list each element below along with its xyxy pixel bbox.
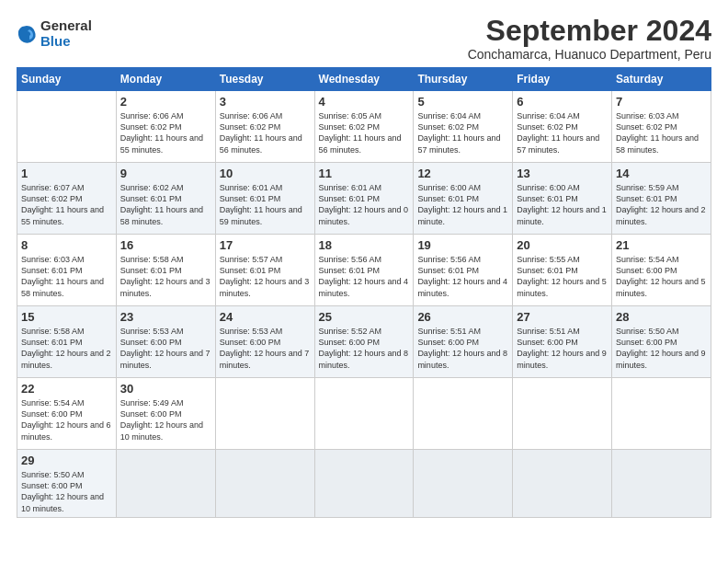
day-number: 2 [120, 95, 211, 109]
calendar-header-row: Sunday Monday Tuesday Wednesday Thursday… [17, 68, 711, 91]
table-row [612, 378, 711, 450]
table-row: 6Sunrise: 6:04 AMSunset: 6:02 PMDaylight… [513, 91, 612, 163]
table-row: 15Sunrise: 5:58 AMSunset: 6:01 PMDayligh… [17, 306, 117, 378]
day-number: 1 [21, 167, 112, 180]
day-info: Sunrise: 6:05 AMSunset: 6:02 PMDaylight:… [319, 110, 410, 155]
day-number: 26 [417, 310, 508, 324]
logo-general-text: General [40, 18, 92, 34]
table-row: 20Sunrise: 5:55 AMSunset: 6:01 PMDayligh… [513, 235, 612, 306]
table-row [513, 450, 612, 518]
table-row: 4Sunrise: 6:05 AMSunset: 6:02 PMDaylight… [314, 91, 414, 163]
day-info: Sunrise: 5:53 AMSunset: 6:00 PMDaylight:… [120, 326, 211, 371]
day-number: 9 [120, 167, 211, 180]
day-info: Sunrise: 6:01 AMSunset: 6:01 PMDaylight:… [319, 182, 410, 227]
table-row: 21Sunrise: 5:54 AMSunset: 6:00 PMDayligh… [612, 235, 711, 306]
table-row: 12Sunrise: 6:00 AMSunset: 6:01 PMDayligh… [414, 163, 513, 235]
table-row: 29Sunrise: 5:50 AMSunset: 6:00 PMDayligh… [17, 450, 117, 518]
table-row: 3Sunrise: 6:06 AMSunset: 6:02 PMDaylight… [215, 91, 314, 163]
table-row: 30Sunrise: 5:49 AMSunset: 6:00 PMDayligh… [116, 378, 215, 450]
day-number: 30 [120, 382, 211, 396]
calendar-week-row: 2Sunrise: 6:06 AMSunset: 6:02 PMDaylight… [17, 91, 711, 163]
col-sunday: Sunday [17, 68, 117, 91]
col-friday: Friday [513, 68, 612, 91]
day-number: 6 [517, 95, 608, 109]
table-row [414, 450, 513, 518]
day-info: Sunrise: 5:55 AMSunset: 6:01 PMDaylight:… [517, 254, 608, 299]
day-number: 11 [319, 167, 410, 180]
day-number: 12 [417, 167, 508, 180]
day-info: Sunrise: 6:06 AMSunset: 6:02 PMDaylight:… [120, 110, 211, 155]
day-info: Sunrise: 5:52 AMSunset: 6:00 PMDaylight:… [319, 326, 410, 371]
day-number: 20 [517, 238, 608, 252]
table-row: 27Sunrise: 5:51 AMSunset: 6:00 PMDayligh… [513, 306, 612, 378]
header: General Blue September 2024 Conchamarca,… [17, 15, 711, 62]
day-info: Sunrise: 5:51 AMSunset: 6:00 PMDaylight:… [417, 326, 508, 371]
calendar-week-row: 22Sunrise: 5:54 AMSunset: 6:00 PMDayligh… [17, 378, 711, 450]
day-number: 23 [120, 310, 211, 324]
day-number: 22 [21, 382, 112, 396]
calendar-week-row: 1Sunrise: 6:07 AMSunset: 6:02 PMDaylight… [17, 163, 711, 235]
table-row [314, 378, 414, 450]
day-info: Sunrise: 6:04 AMSunset: 6:02 PMDaylight:… [517, 110, 608, 155]
day-info: Sunrise: 5:58 AMSunset: 6:01 PMDaylight:… [120, 254, 211, 299]
table-row: 11Sunrise: 6:01 AMSunset: 6:01 PMDayligh… [314, 163, 414, 235]
day-info: Sunrise: 5:58 AMSunset: 6:01 PMDaylight:… [21, 326, 112, 371]
day-info: Sunrise: 5:54 AMSunset: 6:00 PMDaylight:… [616, 254, 707, 299]
day-info: Sunrise: 6:03 AMSunset: 6:01 PMDaylight:… [21, 254, 112, 299]
table-row: 9Sunrise: 6:02 AMSunset: 6:01 PMDaylight… [116, 163, 215, 235]
table-row: 8Sunrise: 6:03 AMSunset: 6:01 PMDaylight… [17, 235, 117, 306]
table-row: 17Sunrise: 5:57 AMSunset: 6:01 PMDayligh… [215, 235, 314, 306]
col-saturday: Saturday [612, 68, 711, 91]
day-info: Sunrise: 6:00 AMSunset: 6:01 PMDaylight:… [517, 182, 608, 227]
day-info: Sunrise: 5:51 AMSunset: 6:00 PMDaylight:… [517, 326, 608, 371]
day-number: 13 [517, 167, 608, 180]
month-title: September 2024 [468, 15, 711, 47]
logo-icon [17, 24, 37, 44]
day-number: 7 [616, 95, 707, 109]
table-row: 2Sunrise: 6:06 AMSunset: 6:02 PMDaylight… [116, 91, 215, 163]
table-row: 1Sunrise: 6:07 AMSunset: 6:02 PMDaylight… [17, 163, 117, 235]
day-number: 3 [220, 95, 311, 109]
logo: General Blue [17, 18, 92, 49]
day-info: Sunrise: 5:53 AMSunset: 6:00 PMDaylight:… [220, 326, 311, 371]
page: General Blue September 2024 Conchamarca,… [0, 0, 728, 563]
table-row [612, 450, 711, 518]
logo-text: General Blue [40, 18, 92, 49]
col-wednesday: Wednesday [314, 68, 414, 91]
day-number: 21 [616, 238, 707, 252]
table-row [215, 450, 314, 518]
table-row: 13Sunrise: 6:00 AMSunset: 6:01 PMDayligh… [513, 163, 612, 235]
calendar-week-row: 15Sunrise: 5:58 AMSunset: 6:01 PMDayligh… [17, 306, 711, 378]
logo-blue-text: Blue [40, 34, 92, 50]
table-row: 16Sunrise: 5:58 AMSunset: 6:01 PMDayligh… [116, 235, 215, 306]
day-number: 4 [319, 95, 410, 109]
col-thursday: Thursday [414, 68, 513, 91]
table-row: 5Sunrise: 6:04 AMSunset: 6:02 PMDaylight… [414, 91, 513, 163]
day-number: 5 [417, 95, 508, 109]
day-info: Sunrise: 6:06 AMSunset: 6:02 PMDaylight:… [220, 110, 311, 155]
day-number: 29 [21, 454, 112, 467]
day-info: Sunrise: 5:56 AMSunset: 6:01 PMDaylight:… [417, 254, 508, 299]
day-number: 17 [220, 238, 311, 252]
day-info: Sunrise: 5:49 AMSunset: 6:00 PMDaylight:… [120, 397, 211, 442]
table-row: 18Sunrise: 5:56 AMSunset: 6:01 PMDayligh… [314, 235, 414, 306]
calendar-table: Sunday Monday Tuesday Wednesday Thursday… [17, 67, 711, 518]
day-number: 25 [319, 310, 410, 324]
table-row [215, 378, 314, 450]
table-row: 26Sunrise: 5:51 AMSunset: 6:00 PMDayligh… [414, 306, 513, 378]
location-subtitle: Conchamarca, Huanuco Department, Peru [468, 47, 711, 62]
day-info: Sunrise: 5:56 AMSunset: 6:01 PMDaylight:… [319, 254, 410, 299]
day-info: Sunrise: 6:07 AMSunset: 6:02 PMDaylight:… [21, 182, 112, 227]
day-info: Sunrise: 5:54 AMSunset: 6:00 PMDaylight:… [21, 397, 112, 442]
day-info: Sunrise: 5:50 AMSunset: 6:00 PMDaylight:… [616, 326, 707, 371]
day-number: 15 [21, 310, 112, 324]
calendar-week-row: 29Sunrise: 5:50 AMSunset: 6:00 PMDayligh… [17, 450, 711, 518]
day-number: 19 [417, 238, 508, 252]
day-number: 27 [517, 310, 608, 324]
day-info: Sunrise: 6:00 AMSunset: 6:01 PMDaylight:… [417, 182, 508, 227]
table-row: 19Sunrise: 5:56 AMSunset: 6:01 PMDayligh… [414, 235, 513, 306]
table-row [314, 450, 414, 518]
day-info: Sunrise: 5:57 AMSunset: 6:01 PMDaylight:… [220, 254, 311, 299]
day-info: Sunrise: 6:01 AMSunset: 6:01 PMDaylight:… [220, 182, 311, 227]
table-row: 25Sunrise: 5:52 AMSunset: 6:00 PMDayligh… [314, 306, 414, 378]
